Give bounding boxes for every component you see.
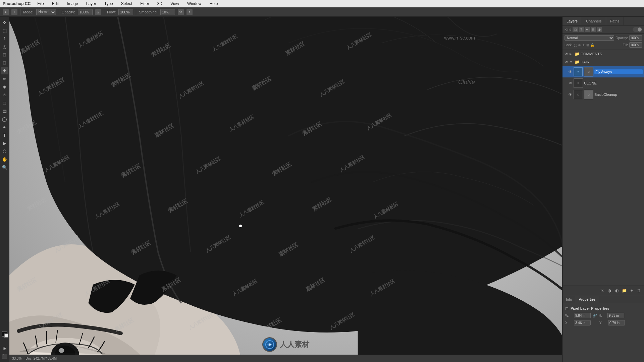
menu-window[interactable]: Window (186, 1, 203, 7)
smoothing-input[interactable] (160, 9, 175, 15)
layer-fx-icon[interactable]: fx (599, 288, 605, 294)
smoothing-options-icon[interactable]: ⚙ (178, 9, 184, 15)
menu-filter[interactable]: Filter (139, 1, 151, 7)
shape-tool[interactable]: ⬡ (1, 147, 8, 155)
menu-select[interactable]: Select (120, 1, 133, 7)
layer-basic-cleanup[interactable]: 👁 ◻ ◻ BasicCleanup (562, 89, 644, 100)
lock-image-icon[interactable]: ✏ (578, 43, 581, 47)
menu-3d[interactable]: 3D (156, 1, 164, 7)
healing-tool[interactable]: ✚ (1, 67, 8, 74)
screen-mode[interactable]: ⬛ (1, 353, 8, 360)
eye-clone[interactable]: 👁 (568, 81, 573, 85)
lock-artboard-icon[interactable]: ⊞ (586, 43, 589, 47)
menu-view[interactable]: View (169, 1, 180, 7)
zoom-tool[interactable]: 🔍 (1, 164, 8, 171)
menu-image[interactable]: Image (65, 1, 79, 7)
menu-help[interactable]: Help (208, 1, 219, 7)
flow-input[interactable] (118, 9, 133, 15)
adjustment-layer-icon[interactable]: ◐ (614, 288, 620, 294)
new-layer-icon[interactable]: + (629, 288, 635, 294)
pen-tool[interactable]: ✒ (1, 123, 8, 131)
tab-channels[interactable]: Channels (582, 17, 606, 25)
layer-hair-group[interactable]: 👁 ▼ 📁 HAIR (562, 58, 644, 66)
tab-info[interactable]: Info (562, 296, 575, 303)
group-layers-icon[interactable]: 📁 (621, 288, 627, 294)
filter-path-icon[interactable]: ✒ (585, 27, 590, 32)
prop-w-input[interactable] (574, 313, 591, 318)
prop-link-icon[interactable]: 🔗 (593, 314, 597, 317)
mode-select[interactable]: Normal (36, 9, 56, 15)
lasso-tool[interactable]: ⌇ (1, 35, 8, 42)
quick-select-tool[interactable]: ◎ (1, 43, 8, 50)
tab-properties[interactable]: Properties (575, 296, 599, 303)
brush-tool[interactable]: ✏ (1, 75, 8, 82)
dodge-tool[interactable]: ◯ (1, 115, 8, 123)
history-brush-tool[interactable]: ⟲ (1, 91, 8, 99)
tab-paths[interactable]: Paths (606, 17, 624, 25)
filter-adjustment-icon[interactable]: ◑ (597, 27, 602, 32)
eye-comments[interactable]: 👁 (564, 52, 569, 56)
opacity-input[interactable] (78, 9, 93, 15)
clone-stamp-tool[interactable]: ⊕ (1, 83, 8, 90)
properties-tabs: Info Properties (562, 295, 644, 303)
eye-hair[interactable]: 👁 (564, 60, 569, 64)
filter-toggle[interactable] (633, 27, 642, 32)
eye-basiccleanup[interactable]: 👁 (568, 92, 573, 97)
layer-mask-basiccleanup: ◻ (584, 90, 593, 99)
logo-text: 人人素材 (280, 340, 309, 350)
canvas-status-bar: 33.3% Doc: 242.7M/485.4M (9, 355, 562, 362)
filter-pixel-icon[interactable]: ◻ (573, 27, 578, 32)
brush-size-icon[interactable]: ○ (11, 9, 17, 15)
menu-file[interactable]: File (36, 1, 45, 7)
toolbar-sep-3 (104, 9, 104, 15)
opacity-airbrush-icon[interactable]: ◎ (95, 9, 101, 15)
quick-mask-mode[interactable]: ⊞ (1, 345, 8, 352)
layer-basiccleanup-name: BasicCleanup (594, 93, 643, 97)
lock-position-icon[interactable]: ✛ (582, 43, 585, 47)
zoom-level: 33.3% (12, 357, 21, 360)
menu-type[interactable]: Type (103, 1, 114, 7)
layer-clone-name: CLONE (584, 81, 643, 85)
opacity-label: Opacity: (615, 36, 628, 40)
move-tool[interactable]: ✛ (1, 19, 8, 26)
foreground-color[interactable] (2, 331, 7, 337)
layer-fly-aways[interactable]: 👁 ≋ ◻ Fly Aways (562, 66, 644, 77)
tab-layers[interactable]: Layers (562, 17, 582, 25)
prop-h-input[interactable] (607, 313, 624, 318)
gradient-tool[interactable]: ▤ (1, 107, 8, 115)
svg-point-8 (269, 344, 271, 346)
delete-layer-icon[interactable]: 🗑 (636, 288, 642, 294)
marquee-tool[interactable]: ⬚ (1, 27, 8, 34)
prop-y-input[interactable] (608, 320, 625, 325)
hand-tool[interactable]: ✋ (1, 156, 8, 163)
layer-comments-group[interactable]: 👁 ▶ 📁 COMMENTS (562, 50, 644, 58)
expand-comments[interactable]: ▶ (570, 52, 574, 56)
menu-layer[interactable]: Layer (85, 1, 98, 7)
eyedropper-tool[interactable]: ⊟ (1, 59, 8, 66)
fill-label: Fill: (623, 43, 628, 47)
right-panel: ◩ ◪ ⊞ ⊡ ⊟ ≡ 🔍 ⊕ « Layers Channels Paths … (562, 7, 644, 362)
crop-tool[interactable]: ⊡ (1, 51, 8, 58)
layer-clone[interactable]: 👁 ≋ CLONE (562, 77, 644, 89)
prop-x-input[interactable] (574, 320, 591, 325)
logo-watermark: 人人素材 (262, 337, 309, 352)
always-use-pressure-icon[interactable]: ✦ (186, 9, 193, 15)
eye-flyaways[interactable]: 👁 (568, 69, 573, 74)
path-select-tool[interactable]: ▶ (1, 139, 8, 147)
opacity-value[interactable] (629, 35, 642, 41)
layers-controls: Normal Opacity: Lock: ⬚ ✏ ✛ ⊞ 🔒 Fill: (562, 34, 644, 50)
lock-transparent-icon[interactable]: ⬚ (574, 43, 577, 47)
lock-all-icon[interactable]: 🔒 (590, 43, 594, 47)
menu-edit[interactable]: Edit (51, 1, 60, 7)
layer-flyaways-name: Fly Aways (594, 69, 643, 74)
type-tool[interactable]: T (1, 131, 8, 139)
eraser-tool[interactable]: ◻ (1, 99, 8, 107)
canvas[interactable]: 素材社区 人八素材社区 素材社区 人八素材社区 素材社区 人八素材社区 人八素材… (9, 17, 562, 362)
add-mask-icon[interactable]: ◑ (606, 288, 612, 294)
fill-value[interactable] (629, 42, 642, 48)
expand-hair[interactable]: ▼ (570, 60, 574, 64)
filter-smart-icon[interactable]: ⊞ (591, 27, 596, 32)
filter-text-icon[interactable]: T (579, 27, 584, 32)
brush-preset-icon[interactable]: ● (3, 9, 9, 15)
blend-mode-select[interactable]: Normal (565, 35, 614, 41)
